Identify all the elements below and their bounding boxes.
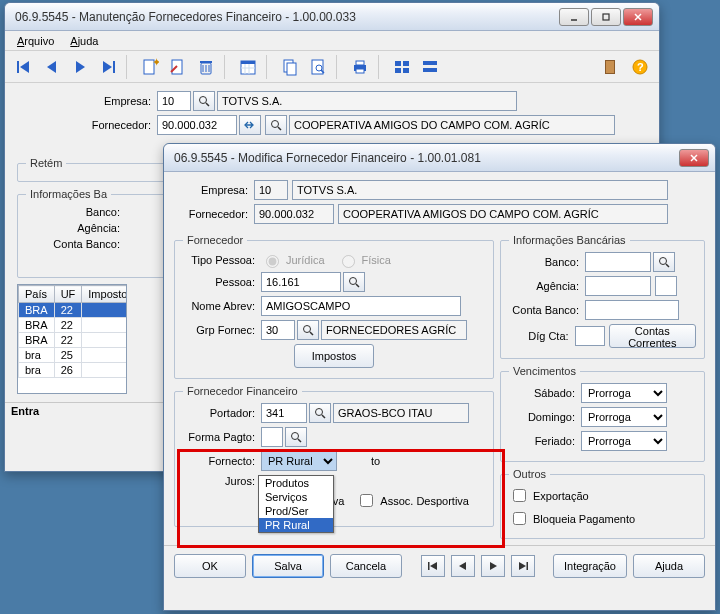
feriado-select[interactable]: Prorroga xyxy=(581,431,667,451)
empresa-input[interactable] xyxy=(157,91,191,111)
fornecedor-goto-icon[interactable] xyxy=(239,115,261,135)
modal-nav-prev-icon[interactable] xyxy=(451,555,475,577)
table-row[interactable]: BRA22 xyxy=(19,318,128,333)
salva-button[interactable]: Salva xyxy=(252,554,324,578)
empresa-label: Empresa: xyxy=(17,95,157,107)
fornecto-option[interactable]: Prod/Ser xyxy=(259,504,333,518)
tool1-icon[interactable] xyxy=(389,54,415,80)
new-icon[interactable]: ✦ xyxy=(137,54,163,80)
conta-input[interactable] xyxy=(585,300,679,320)
fornecto-option[interactable]: Serviços xyxy=(259,490,333,504)
banco-label: Banco: xyxy=(26,206,126,218)
tool2-icon[interactable] xyxy=(417,54,443,80)
svg-rect-18 xyxy=(200,61,212,63)
table-row[interactable]: BRA22 xyxy=(19,333,128,348)
search-doc-icon[interactable] xyxy=(305,54,331,80)
table-row[interactable]: BRA22 xyxy=(19,303,128,318)
grp-lookup-icon[interactable] xyxy=(297,320,319,340)
nav-first-icon[interactable] xyxy=(11,54,37,80)
fornecto-select[interactable]: PR Rural xyxy=(261,451,337,471)
fornecto-suffix: to xyxy=(371,455,380,467)
grid[interactable]: País UF Imposto BRA22BRA22BRA22bra25bra2… xyxy=(17,284,127,394)
domingo-select[interactable]: Prorroga xyxy=(581,407,667,427)
forma-pagto-lookup-icon[interactable] xyxy=(285,427,307,447)
nav-prev-icon[interactable] xyxy=(39,54,65,80)
print-icon[interactable] xyxy=(347,54,373,80)
impostos-button[interactable]: Impostos xyxy=(294,344,374,368)
bloqueia-checkbox[interactable] xyxy=(513,512,526,525)
grid-header-pais[interactable]: País xyxy=(19,286,55,303)
table-row[interactable]: bra25 xyxy=(19,348,128,363)
grid-header-uf[interactable]: UF xyxy=(54,286,82,303)
svg-marker-61 xyxy=(490,562,497,570)
svg-marker-8 xyxy=(103,61,112,73)
fornecto-option-selected[interactable]: PR Rural xyxy=(259,518,333,532)
sabado-select[interactable]: Prorroga xyxy=(581,383,667,403)
empresa-lookup-icon[interactable] xyxy=(193,91,215,111)
fornecto-option[interactable]: Produtos xyxy=(259,476,333,490)
radio-juridica-label: Jurídica xyxy=(286,254,325,266)
ok-button[interactable]: OK xyxy=(174,554,246,578)
svg-rect-20 xyxy=(241,61,255,64)
portador-lookup-icon[interactable] xyxy=(309,403,331,423)
delete-icon[interactable] xyxy=(193,54,219,80)
modal-nav-last-icon[interactable] xyxy=(511,555,535,577)
edit-icon[interactable] xyxy=(165,54,191,80)
fornecedor-lookup-icon[interactable] xyxy=(265,115,287,135)
svg-text:✦: ✦ xyxy=(152,58,159,68)
conta-label: Conta Banco: xyxy=(26,238,126,250)
svg-point-50 xyxy=(304,326,311,333)
main-titlebar[interactable]: 06.9.5545 - Manutenção Fornecedores Fina… xyxy=(5,3,659,31)
banco-input[interactable] xyxy=(585,252,651,272)
svg-rect-30 xyxy=(356,61,364,65)
svg-marker-60 xyxy=(459,562,466,570)
modal-close-button[interactable] xyxy=(679,149,709,167)
dig-input[interactable] xyxy=(575,326,605,346)
grp-input[interactable] xyxy=(261,320,295,340)
fornecedor-label: Fornecedor: xyxy=(17,119,157,131)
retem-legend: Retém xyxy=(26,157,66,169)
svg-rect-9 xyxy=(113,61,115,73)
svg-rect-4 xyxy=(17,61,19,73)
radio-fisica xyxy=(342,255,355,268)
close-button[interactable] xyxy=(623,8,653,26)
main-title: 06.9.5545 - Manutenção Fornecedores Fina… xyxy=(11,10,559,24)
nome-abrev-input[interactable] xyxy=(261,296,461,316)
nav-next-icon[interactable] xyxy=(67,54,93,80)
exit-icon[interactable] xyxy=(599,54,625,80)
portador-input[interactable] xyxy=(261,403,307,423)
forma-pagto-input[interactable] xyxy=(261,427,283,447)
maximize-button[interactable] xyxy=(591,8,621,26)
pessoa-input[interactable] xyxy=(261,272,341,292)
assoc-checkbox[interactable] xyxy=(360,494,373,507)
modal-nav-next-icon[interactable] xyxy=(481,555,505,577)
minimize-button[interactable] xyxy=(559,8,589,26)
banco-lookup-icon[interactable] xyxy=(653,252,675,272)
calendar-icon[interactable] xyxy=(235,54,261,80)
menu-ajuda[interactable]: Ajuda xyxy=(64,33,104,49)
fornecedor-input[interactable] xyxy=(157,115,237,135)
domingo-label: Domingo: xyxy=(509,411,581,423)
contas-correntes-button[interactable]: Contas Correntes xyxy=(609,324,696,348)
menubar: Arquivo Ajuda xyxy=(5,31,659,51)
grid-header-imposto[interactable]: Imposto xyxy=(82,286,127,303)
modal-titlebar[interactable]: 06.9.5545 - Modifica Fornecedor Financei… xyxy=(164,144,715,172)
help-icon[interactable]: ? xyxy=(627,54,653,80)
svg-marker-7 xyxy=(76,61,85,73)
agencia-dv-input[interactable] xyxy=(655,276,677,296)
ajuda-button[interactable]: Ajuda xyxy=(633,554,705,578)
table-row[interactable]: bra26 xyxy=(19,363,128,378)
fs-fin: Fornecedor Financeiro xyxy=(183,385,302,397)
integracao-button[interactable]: Integração xyxy=(553,554,627,578)
agencia-input[interactable] xyxy=(585,276,651,296)
nav-last-icon[interactable] xyxy=(95,54,121,80)
fornecto-dropdown-list[interactable]: Produtos Serviços Prod/Ser PR Rural xyxy=(258,475,334,533)
pessoa-lookup-icon[interactable] xyxy=(343,272,365,292)
copy-icon[interactable] xyxy=(277,54,303,80)
svg-line-43 xyxy=(206,103,209,106)
menu-arquivo[interactable]: Arquivo xyxy=(11,33,60,49)
cancela-button[interactable]: Cancela xyxy=(330,554,402,578)
modal-nav-first-icon[interactable] xyxy=(421,555,445,577)
exportacao-checkbox[interactable] xyxy=(513,489,526,502)
m-banco-label: Banco: xyxy=(509,256,585,268)
